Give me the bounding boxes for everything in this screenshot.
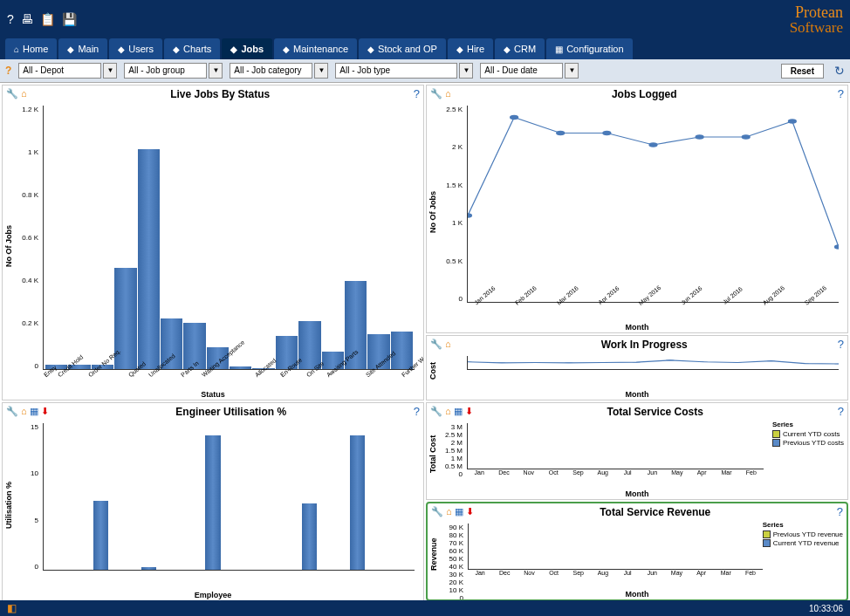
panel-header: 🔧⌂Work In Progress?	[427, 336, 847, 352]
help-icon[interactable]: ?	[414, 87, 420, 100]
wrench-icon[interactable]: 🔧	[6, 406, 18, 417]
chart-title: Work In Progress	[455, 339, 834, 351]
dashboard: 🔧⌂Live Jobs By Status?No Of Jobs1.2 K1 K…	[0, 83, 850, 603]
help-icon[interactable]: ?	[7, 12, 14, 26]
tab-icon: ◆	[504, 44, 511, 54]
panel-tools: 🔧⌂▦⬇	[431, 506, 474, 517]
help-icon[interactable]: ?	[838, 87, 844, 100]
help-icon[interactable]: ?	[838, 405, 844, 418]
tab-home[interactable]: ⌂Home	[5, 38, 57, 59]
tab-main[interactable]: ◆Main	[58, 38, 107, 59]
wrench-icon[interactable]: 🔧	[430, 88, 442, 99]
tab-stock-and-op[interactable]: ◆Stock and OP	[359, 38, 446, 59]
tab-jobs[interactable]: ◆Jobs	[222, 38, 272, 59]
bar[interactable]	[141, 567, 156, 570]
grid-icon[interactable]: ▦	[454, 406, 463, 417]
panel-tools: 🔧⌂▦⬇	[6, 406, 49, 417]
save-icon[interactable]: 💾	[62, 12, 77, 26]
x-axis: JanDecNovOctSepAugJulJunMayAprMarFeb	[468, 570, 763, 585]
home-icon[interactable]: ⌂	[21, 88, 27, 99]
home-icon[interactable]: ⌂	[446, 506, 452, 517]
wrench-icon[interactable]: 🔧	[430, 339, 442, 350]
bar[interactable]	[93, 501, 108, 570]
help-icon[interactable]: ?	[414, 405, 420, 418]
tab-hire[interactable]: ◆Hire	[448, 38, 493, 59]
bar[interactable]	[205, 435, 220, 570]
x-axis-label: Month	[427, 322, 847, 332]
bar[interactable]	[302, 503, 317, 570]
down-arrow-icon[interactable]: ⬇	[466, 506, 474, 517]
brand-logo: Protean Software	[790, 4, 843, 35]
brand-line1: Protean	[790, 4, 843, 20]
help-icon[interactable]: ?	[837, 505, 843, 518]
panel-costs: 🔧⌂▦⬇Total Service Costs?Total Cost3 M2.5…	[426, 402, 848, 500]
filter-jobcategory[interactable]: All - Job category▼	[230, 63, 328, 79]
tab-maintenance[interactable]: ◆Maintenance	[274, 38, 357, 59]
panel-header: 🔧⌂▦⬇Total Service Costs?	[427, 403, 847, 420]
bar[interactable]	[138, 149, 160, 369]
home-icon[interactable]: ⌂	[445, 339, 451, 350]
panel-header: 🔧⌂▦⬇Total Service Revenue?	[428, 503, 847, 520]
home-icon[interactable]: ⌂	[21, 406, 27, 417]
filter-depot[interactable]: All - Depot▼	[18, 63, 117, 79]
wrench-icon[interactable]: 🔧	[431, 506, 443, 517]
tab-icon: ⌂	[14, 44, 19, 54]
chart-title: Jobs Logged	[455, 88, 834, 100]
y-axis-label: Revenue	[428, 520, 440, 589]
chart-title: Live Jobs By Status	[31, 88, 410, 100]
print-icon[interactable]: 🖶	[21, 12, 33, 26]
dropdown-icon[interactable]: ▼	[314, 63, 328, 79]
rss-icon[interactable]: ◧	[7, 602, 17, 614]
wrench-icon[interactable]: 🔧	[430, 406, 442, 417]
grid-icon[interactable]: ▦	[455, 506, 463, 517]
x-axis	[43, 571, 415, 586]
legend-swatch	[772, 430, 780, 438]
filter-jobgroup[interactable]: All - Job group▼	[124, 63, 223, 79]
home-icon[interactable]: ⌂	[445, 88, 451, 99]
grid-icon[interactable]: ▦	[30, 406, 38, 417]
tab-icon: ◆	[283, 44, 290, 54]
x-axis-label: Month	[427, 489, 847, 499]
legend-swatch	[772, 439, 780, 447]
y-axis-label: Total Cost	[427, 420, 439, 489]
chart-title: Engineer Utilisation %	[52, 406, 410, 418]
status-bar: ◧ 10:33:06	[0, 600, 850, 616]
filter-jobtype[interactable]: All - Job type▼	[335, 63, 473, 79]
panel-jobsLogged: 🔧⌂Jobs Logged?No Of Jobs2.5 K2 K1.5 K1 K…	[426, 85, 848, 333]
nav-tabs: ⌂Home◆Main◆Users◆Charts◆Jobs◆Maintenance…	[0, 38, 850, 59]
dropdown-icon[interactable]: ▼	[103, 63, 117, 79]
panel-header: 🔧⌂Jobs Logged?	[427, 86, 847, 102]
chart-body: No Of Jobs2.5 K2 K1.5 K1 K0.5 K0Jan 2016…	[427, 102, 847, 322]
y-axis: 3 M2.5 M2 M1.5 M1 M0.5 M0	[441, 423, 465, 469]
y-axis: 151050	[17, 423, 41, 571]
home-icon[interactable]: ⌂	[445, 406, 451, 417]
svg-point-7	[788, 119, 797, 123]
tab-icon: ◆	[67, 44, 74, 54]
filter-help-icon[interactable]: ?	[5, 65, 11, 77]
down-arrow-icon[interactable]: ⬇	[41, 406, 49, 417]
plot-area: 1.2 K1 K0.8 K0.6 K0.4 K0.2 K0EntryCredit…	[17, 106, 416, 386]
tab-configuration[interactable]: ▦Configuration	[546, 38, 632, 59]
x-axis	[467, 370, 839, 386]
panel-wip: 🔧⌂Work In Progress?CostMonth	[426, 335, 848, 400]
dropdown-icon[interactable]: ▼	[209, 63, 223, 79]
bar[interactable]	[350, 435, 365, 570]
dropdown-icon[interactable]: ▼	[565, 63, 579, 79]
chart-body: Utilisation %151050	[3, 420, 423, 590]
copy-icon[interactable]: 📋	[40, 12, 55, 26]
help-icon[interactable]: ?	[838, 338, 844, 351]
bar[interactable]	[230, 366, 251, 369]
reset-button[interactable]: Reset	[781, 64, 824, 79]
tab-users[interactable]: ◆Users	[109, 38, 162, 59]
plot-area: 151050	[17, 423, 416, 586]
filter-duedate[interactable]: All - Due date▼	[480, 63, 579, 79]
tab-charts[interactable]: ◆Charts	[164, 38, 220, 59]
tab-crm[interactable]: ◆CRM	[495, 38, 545, 59]
wrench-icon[interactable]: 🔧	[6, 88, 18, 99]
dropdown-icon[interactable]: ▼	[459, 63, 473, 79]
app-header: ? 🖶 📋 💾 Protean Software	[0, 0, 850, 38]
down-arrow-icon[interactable]: ⬇	[465, 406, 473, 417]
y-axis-label: Utilisation %	[3, 420, 15, 590]
legend-swatch	[763, 530, 771, 538]
refresh-icon[interactable]: ↻	[834, 64, 845, 78]
